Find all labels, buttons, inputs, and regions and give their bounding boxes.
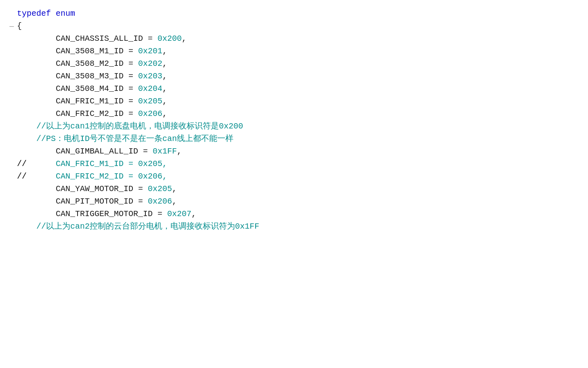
value-token: 0x206 (138, 107, 162, 120)
punct-token: = (124, 95, 138, 107)
line-indent (17, 208, 56, 220)
punct-token: = (124, 82, 138, 95)
code-line: CAN_3508_M3_ID = 0x203, (0, 70, 588, 82)
punct-token: = (124, 70, 138, 82)
punct-token: , (162, 82, 167, 95)
line-indent (17, 183, 56, 195)
code-line: CAN_3508_M1_ID = 0x201, (0, 45, 588, 57)
code-line: // CAN_FRIC_M1_ID = 0x205, (0, 158, 588, 170)
comment-token: //PS：电机ID号不管是不是在一条can线上都不能一样 (36, 132, 233, 145)
code-line: //以上为can2控制的云台部分电机，电调接收标识符为0x1FF (0, 220, 588, 233)
identifier-token: CAN_PIT_MOTOR_ID (56, 195, 133, 208)
punct-token: = (138, 145, 153, 158)
code-line: CAN_YAW_MOTOR_ID = 0x205, (0, 183, 588, 195)
line-indent (17, 70, 56, 82)
line-indent (17, 120, 36, 132)
code-line: CAN_FRIC_M2_ID = 0x206, (0, 107, 588, 120)
line-indent (17, 45, 56, 57)
value-token: 0x206 (138, 170, 162, 183)
identifier-token: CAN_FRIC_M2_ID (56, 107, 124, 120)
line-indent (17, 57, 56, 70)
identifier-token: CAN_3508_M3_ID (56, 70, 124, 82)
code-line: // CAN_FRIC_M2_ID = 0x206, (0, 170, 588, 183)
value-token: 0x201 (138, 45, 162, 57)
punct-token: , (162, 57, 167, 70)
punct-token: = (133, 195, 148, 208)
value-token: 0x202 (138, 57, 162, 70)
punct-token: = (124, 57, 138, 70)
value-token: 0x205 (138, 158, 162, 170)
code-line: typedef enum (0, 7, 588, 20)
comment-token: //以上为can2控制的云台部分电机，电调接收标识符为0x1FF (36, 220, 259, 233)
code-line: CAN_3508_M4_ID = 0x204, (0, 82, 588, 95)
punct-token: , (182, 32, 187, 45)
code-line: //PS：电机ID号不管是不是在一条can线上都不能一样 (0, 132, 588, 145)
code-line: CAN_PIT_MOTOR_ID = 0x206, (0, 195, 588, 208)
comment-token: , (162, 170, 167, 183)
punct-token: , (162, 107, 167, 120)
punct-token: = (133, 183, 148, 195)
line-indent (17, 95, 56, 107)
value-token: 0x207 (167, 208, 191, 220)
line-indent (17, 82, 56, 95)
punct-token: , (162, 95, 167, 107)
line-indent: // (17, 170, 56, 183)
line-indent: // (17, 158, 56, 170)
value-token: 0x1FF (153, 145, 177, 158)
line-indent (17, 220, 36, 233)
punct-token: = (153, 208, 167, 220)
punct-token: , (162, 45, 167, 57)
comment-token: CAN_FRIC_M1_ID = (56, 158, 138, 170)
identifier-token: CAN_YAW_MOTOR_ID (56, 183, 133, 195)
identifier-token: CAN_3508_M1_ID (56, 45, 124, 57)
identifier-token: CAN_CHASSIS_ALL_ID (56, 32, 143, 45)
comment-token: CAN_FRIC_M2_ID = (56, 170, 138, 183)
code-line: CAN_TRIGGER_MOTOR_ID = 0x207, (0, 208, 588, 220)
code-line: CAN_CHASSIS_ALL_ID = 0x200, (0, 32, 588, 45)
punct-token: = (143, 32, 158, 45)
punct-token: , (172, 183, 177, 195)
keyword-token: typedef enum (17, 7, 75, 20)
punct-token: , (172, 195, 177, 208)
punct-token: = (124, 107, 138, 120)
value-token: 0x200 (158, 32, 182, 45)
line-indent (17, 107, 56, 120)
punct-token: , (177, 145, 182, 158)
code-editor: typedef enum―{ CAN_CHASSIS_ALL_ID = 0x20… (0, 4, 588, 368)
punct-token: = (124, 45, 138, 57)
identifier-token: CAN_FRIC_M1_ID (56, 95, 124, 107)
line-gutter: ― (8, 21, 15, 32)
identifier-token: CAN_GIMBAL_ALL_ID (56, 145, 138, 158)
comment-token: //以上为can1控制的底盘电机，电调接收标识符是0x200 (36, 120, 243, 132)
identifier-token: CAN_3508_M4_ID (56, 82, 124, 95)
line-indent (17, 132, 36, 145)
code-line: CAN_3508_M2_ID = 0x202, (0, 57, 588, 70)
line-indent (17, 145, 56, 158)
code-line: ―{ (0, 20, 588, 32)
code-line: CAN_FRIC_M1_ID = 0x205, (0, 95, 588, 107)
value-token: 0x205 (148, 183, 172, 195)
line-indent (17, 32, 56, 45)
punct-token: , (191, 208, 196, 220)
comment-token: , (162, 158, 167, 170)
punct-token: , (162, 70, 167, 82)
value-token: 0x206 (148, 195, 172, 208)
code-line: CAN_GIMBAL_ALL_ID = 0x1FF, (0, 145, 588, 158)
value-token: 0x205 (138, 95, 162, 107)
identifier-token: CAN_TRIGGER_MOTOR_ID (56, 208, 153, 220)
identifier-token: CAN_3508_M2_ID (56, 57, 124, 70)
value-token: 0x204 (138, 82, 162, 95)
code-line: //以上为can1控制的底盘电机，电调接收标识符是0x200 (0, 120, 588, 132)
value-token: 0x203 (138, 70, 162, 82)
punct-token: { (17, 20, 22, 32)
line-indent (17, 195, 56, 208)
